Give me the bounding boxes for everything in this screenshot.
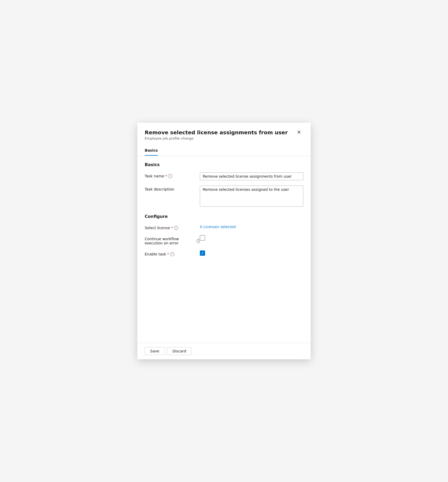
select-license-control: 0 Licenses selected	[200, 224, 303, 229]
select-license-row: Select license * i 0 Licenses selected	[145, 224, 303, 230]
discard-button[interactable]: Discard	[167, 347, 192, 355]
task-description-control	[200, 186, 303, 208]
enable-task-checkbox[interactable]: ✓	[200, 250, 205, 256]
task-name-required: *	[165, 174, 167, 178]
dialog-body: Basics Task name * i Task description	[137, 156, 311, 343]
select-license-button[interactable]: 0 Licenses selected	[200, 225, 236, 229]
task-name-control	[200, 172, 303, 180]
checkmark-icon: ✓	[201, 252, 204, 255]
task-name-info-icon: i	[168, 174, 172, 178]
continue-on-error-label: Continue workflow execution on error i	[145, 235, 200, 245]
select-license-required: *	[171, 226, 173, 230]
dialog-title: Remove selected license assignments from…	[145, 129, 288, 136]
continue-on-error-checkbox[interactable]	[200, 235, 205, 240]
enable-task-info-icon: i	[170, 252, 174, 256]
tab-basics[interactable]: Basics	[145, 146, 158, 156]
enable-task-control: ✓	[200, 250, 303, 256]
dialog-title-block: Remove selected license assignments from…	[145, 129, 288, 140]
tabs-bar: Basics	[137, 146, 311, 156]
task-description-row: Task description	[145, 186, 303, 208]
task-description-input[interactable]	[200, 186, 303, 207]
close-button[interactable]: ✕	[295, 129, 303, 136]
dialog-footer: Save Discard	[137, 343, 311, 359]
task-name-input[interactable]	[200, 172, 303, 180]
select-license-label: Select license * i	[145, 224, 200, 230]
task-name-row: Task name * i	[145, 172, 303, 180]
enable-task-required: *	[167, 252, 169, 256]
select-license-info-icon: i	[174, 226, 178, 230]
continue-on-error-row: Continue workflow execution on error i	[145, 235, 303, 245]
task-name-label: Task name * i	[145, 172, 200, 178]
task-description-label: Task description	[145, 186, 200, 191]
dialog-subtitle: Employee job profile change	[145, 136, 288, 140]
enable-task-label: Enable task * i	[145, 250, 200, 256]
configure-section: Configure Select license * i 0 Licenses …	[145, 214, 303, 256]
basics-section-title: Basics	[145, 162, 303, 167]
continue-on-error-info-icon: i	[197, 239, 200, 243]
dialog: Remove selected license assignments from…	[137, 123, 311, 359]
configure-section-title: Configure	[145, 214, 303, 219]
enable-task-row: Enable task * i ✓	[145, 250, 303, 256]
continue-on-error-control	[200, 235, 303, 240]
dialog-header: Remove selected license assignments from…	[137, 123, 311, 143]
basics-section: Basics Task name * i Task description	[145, 162, 303, 208]
save-button[interactable]: Save	[145, 347, 165, 355]
